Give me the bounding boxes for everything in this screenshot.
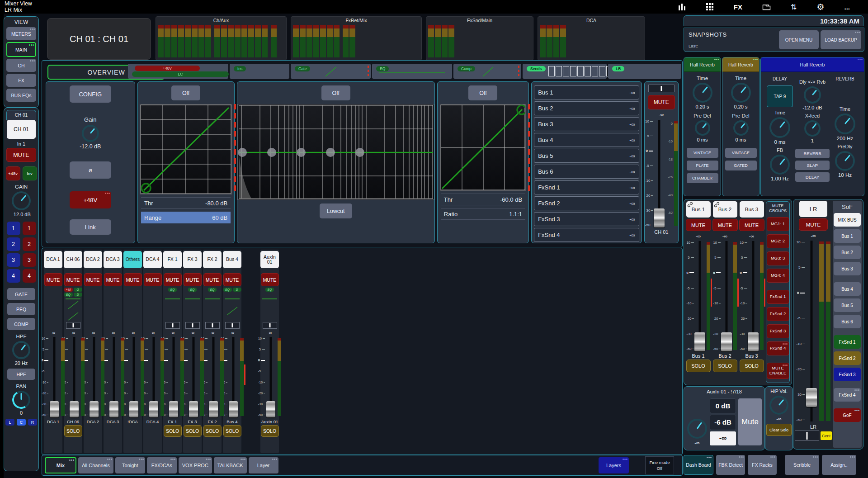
strip-mute-button[interactable]: MUTE: [164, 273, 182, 286]
fx-type-button-slap[interactable]: SLAP: [795, 161, 830, 170]
knob[interactable]: [12, 341, 30, 359]
mute-enable-button[interactable]: MUTE ENABLE: [767, 363, 789, 379]
dash-button-dash-board[interactable]: Dash Board: [684, 455, 713, 475]
load-backup-button[interactable]: LOAD BACKUP: [821, 30, 861, 49]
channel-mute-button[interactable]: MUTE: [6, 148, 36, 162]
fader-track[interactable]: [168, 335, 179, 418]
send-row-bus-6[interactable]: Bus 6-∞: [534, 165, 639, 179]
phase-invert-button[interactable]: Inv: [23, 166, 37, 180]
mute-group-button-mg2[interactable]: MG2: 2: [767, 234, 789, 248]
bus-select-bus-2[interactable]: Bus 2: [713, 201, 737, 218]
fader-handle[interactable]: [229, 401, 238, 417]
fader-mute-button[interactable]: MUTE: [648, 95, 675, 109]
sof-button-fxsnd-3[interactable]: FxSnd 3: [834, 368, 861, 381]
knob[interactable]: [695, 120, 710, 136]
fx-title-button[interactable]: Hall Reverb: [761, 57, 864, 72]
strip-select-ch-06[interactable]: CH 06: [64, 251, 82, 268]
clear-solo-button[interactable]: Clear Solo: [766, 424, 792, 436]
strip-select-dca-2[interactable]: DCA 2: [84, 251, 102, 268]
send-row-fxsnd-3[interactable]: FxSnd 3-∞: [534, 212, 639, 226]
strip-mute-button[interactable]: MUTE: [84, 273, 102, 286]
fader-track[interactable]: [68, 335, 80, 418]
layer-red-button-1[interactable]: 1: [23, 222, 36, 235]
strip-select-!dca[interactable]: Others: [123, 251, 142, 268]
layer-blue-button-3[interactable]: 3: [7, 253, 20, 267]
bus-select-bus-1[interactable]: Bus 1: [686, 201, 711, 218]
fx-type-button-vintage[interactable]: VINTAGE: [687, 148, 718, 158]
bus-mute-button[interactable]: MUTE: [739, 219, 764, 231]
tab-all-channels[interactable]: All Channels: [78, 457, 113, 473]
fader-handle[interactable]: [266, 401, 275, 417]
status-input-segment[interactable]: +48V LC: [128, 64, 228, 79]
layer-red-button-3[interactable]: 3: [23, 253, 36, 267]
send-row-fxsnd-1[interactable]: FxSnd 1-∞: [534, 180, 639, 194]
send-row-bus-4[interactable]: Bus 4-∞: [534, 133, 639, 147]
proc-button-comp[interactable]: COMP: [7, 318, 35, 330]
strip-solo-button[interactable]: SOLO: [261, 425, 279, 437]
proc-button-peq[interactable]: PEQ: [7, 303, 35, 315]
tab-talkback[interactable]: TALKBACK: [214, 457, 247, 473]
sof-button-gof[interactable]: GoF: [834, 408, 861, 422]
tab-mix[interactable]: Mix: [45, 457, 76, 473]
dash-button-assign-[interactable]: Assign..: [822, 455, 856, 475]
fader-track[interactable]: [805, 239, 818, 423]
send-row-bus-2[interactable]: Bus 2-∞: [534, 101, 639, 115]
fx-type-button-delay[interactable]: DELAY: [795, 172, 830, 182]
sof-button-fxsnd-1[interactable]: FxSnd 1: [834, 335, 861, 349]
knob[interactable]: [693, 83, 712, 103]
fader-handle[interactable]: [189, 401, 198, 417]
strip-solo-button[interactable]: SOLO: [164, 425, 182, 437]
fader-track[interactable]: [188, 335, 199, 418]
sof-button-bus-4[interactable]: Bus 4: [834, 282, 861, 296]
comp-threshold-row[interactable]: Thr -60.0 dB: [441, 194, 525, 205]
bus-solo-button[interactable]: SOLO: [713, 360, 737, 372]
strip-solo-button[interactable]: SOLO: [203, 425, 222, 437]
fader-handle[interactable]: [149, 401, 158, 417]
knob[interactable]: [82, 125, 99, 142]
fx-title-button[interactable]: Hall Reverb: [722, 57, 759, 72]
bus-solo-button[interactable]: SOLO: [740, 360, 764, 372]
strip-mute-button[interactable]: MUTE: [144, 273, 162, 286]
fader-handle[interactable]: [721, 332, 732, 351]
layer-red-button-2[interactable]: 2: [23, 237, 36, 251]
lr-balance-indicator[interactable]: [795, 431, 819, 441]
fader-track[interactable]: [208, 335, 219, 418]
knob[interactable]: [769, 117, 790, 138]
strip-select-dca-1[interactable]: DCA 1: [44, 251, 62, 268]
strip-select-dca-3[interactable]: DCA 3: [104, 251, 122, 268]
sidebar-item-ch[interactable]: CH: [6, 59, 36, 72]
fader-track[interactable]: [128, 335, 140, 418]
mute-group-fx-button-fxsnd-4[interactable]: FxSnd 4: [767, 341, 789, 355]
fader-track[interactable]: [694, 239, 706, 352]
fader-track[interactable]: [747, 239, 759, 352]
open-menu-button[interactable]: OPEN MENU: [779, 30, 819, 49]
auxin-minus-inf-button[interactable]: -∞: [710, 431, 736, 445]
dash-button-scribble[interactable]: Scribble: [785, 455, 819, 475]
bus-mute-button[interactable]: MUTE: [686, 219, 711, 231]
strip-select-bus-4[interactable]: Bus 4: [223, 251, 241, 268]
pan-r-button[interactable]: R: [28, 419, 37, 426]
auxin-minus6db-button[interactable]: -6 dB: [710, 415, 736, 430]
fx-type-button-reverb[interactable]: REVERB: [795, 149, 830, 158]
strip-select-fx-2[interactable]: FX 2: [203, 251, 222, 268]
strip-mute-button[interactable]: MUTE: [104, 273, 122, 286]
sidebar-item-meters[interactable]: METERS: [6, 27, 36, 40]
fader-handle[interactable]: [654, 208, 665, 227]
status-sends-segment[interactable]: Sends: [523, 64, 607, 79]
gate-range-row[interactable]: Range 60 dB: [141, 212, 231, 223]
dash-button-fx-racks[interactable]: FX Racks: [748, 455, 777, 475]
tab-fx-dcas[interactable]: FX/DCAs: [147, 457, 177, 473]
mute-group-fx-button-fxsnd-1[interactable]: FxSnd 1: [767, 290, 789, 304]
fader-handle[interactable]: [209, 401, 218, 417]
fx-type-button-chamber[interactable]: CHAMBER: [687, 173, 718, 183]
fx-title-button[interactable]: Hall Reverb: [684, 57, 721, 72]
fader-handle[interactable]: [806, 388, 817, 407]
send-row-fxsnd-4[interactable]: FxSnd 4-∞: [534, 228, 639, 242]
fx-icon[interactable]: FX: [734, 3, 742, 11]
strip-mute-button[interactable]: MUTE: [44, 273, 62, 286]
strip-pan-indicator[interactable]: [185, 322, 200, 329]
sof-button-bus-3[interactable]: Bus 3: [834, 262, 861, 275]
gate-graph[interactable]: [140, 104, 232, 194]
layer-blue-button-1[interactable]: 1: [7, 222, 20, 235]
fader-track[interactable]: [148, 335, 160, 418]
